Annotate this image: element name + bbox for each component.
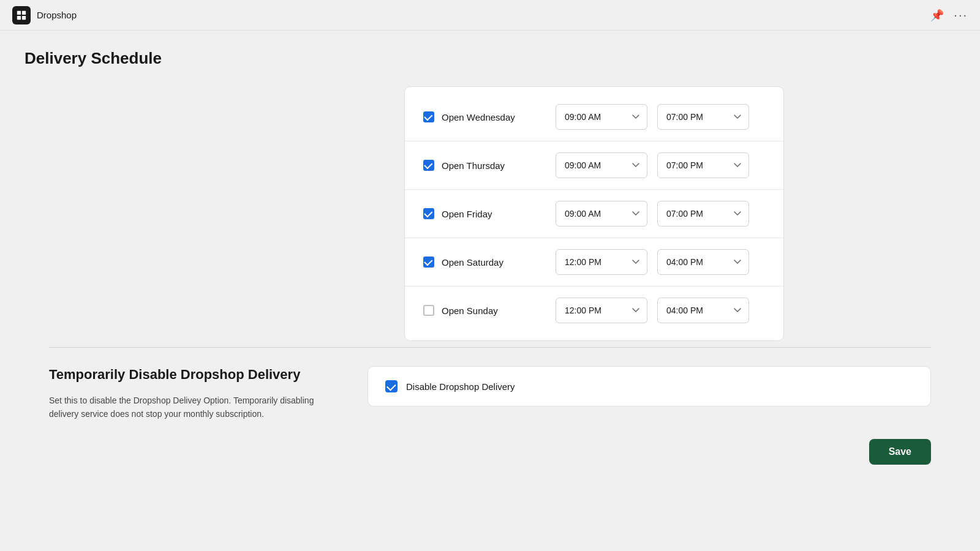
day-name-saturday: Open Saturday	[442, 257, 503, 268]
day-label-thursday: Open Thursday	[423, 160, 546, 171]
svg-rect-2	[17, 15, 21, 19]
more-options-icon[interactable]: ···	[954, 8, 968, 22]
disable-description: Temporarily Disable Dropshop Delivery Se…	[49, 366, 343, 421]
day-name-friday: Open Friday	[442, 209, 492, 219]
day-name-sunday: Open Sunday	[442, 305, 498, 316]
svg-rect-0	[17, 10, 21, 14]
end-time-sunday[interactable]: 04:00 PM05:00 PM06:00 PM07:00 PM	[657, 298, 749, 323]
end-time-friday[interactable]: 07:00 PM08:00 PM09:00 PM10:00 PM	[657, 201, 749, 227]
svg-rect-3	[22, 15, 26, 19]
schedule-row-wednesday: Open Wednesday09:00 AM10:00 AM11:00 AM12…	[405, 93, 783, 141]
start-time-wednesday[interactable]: 09:00 AM10:00 AM11:00 AM12:00 PM	[556, 104, 647, 130]
svg-rect-1	[22, 10, 26, 14]
schedule-card: Open Wednesday09:00 AM10:00 AM11:00 AM12…	[404, 86, 784, 341]
end-time-wednesday[interactable]: 07:00 PM08:00 PM09:00 PM10:00 PM	[657, 104, 749, 130]
topbar-right: 📌 ···	[930, 8, 968, 22]
start-time-saturday[interactable]: 09:00 AM10:00 AM11:00 AM12:00 PM	[556, 249, 647, 275]
schedule-row-friday: Open Friday09:00 AM10:00 AM11:00 AM12:00…	[405, 190, 783, 238]
end-time-thursday[interactable]: 07:00 PM08:00 PM09:00 PM10:00 PM	[657, 152, 749, 178]
disable-section: Temporarily Disable Dropshop Delivery Se…	[49, 366, 931, 421]
disable-checkbox[interactable]	[385, 380, 398, 392]
start-time-sunday[interactable]: 09:00 AM10:00 AM11:00 AM12:00 PM	[556, 298, 647, 323]
topbar: Dropshop 📌 ···	[0, 0, 980, 31]
disable-card: Disable Dropshop Delivery	[368, 366, 931, 407]
checkbox-friday[interactable]	[423, 208, 434, 219]
disable-title: Temporarily Disable Dropshop Delivery	[49, 366, 343, 384]
pin-icon[interactable]: 📌	[930, 9, 944, 22]
day-name-thursday: Open Thursday	[442, 160, 505, 171]
day-name-wednesday: Open Wednesday	[442, 112, 515, 122]
day-label-sunday: Open Sunday	[423, 305, 546, 316]
checkbox-wednesday[interactable]	[423, 111, 434, 122]
disable-checkbox-label[interactable]: Disable Dropshop Delivery	[385, 380, 515, 392]
save-button[interactable]: Save	[869, 439, 931, 465]
start-time-thursday[interactable]: 09:00 AM10:00 AM11:00 AM12:00 PM	[556, 152, 647, 178]
schedule-row-sunday: Open Sunday09:00 AM10:00 AM11:00 AM12:00…	[405, 287, 783, 334]
main-content: Delivery Schedule Open Wednesday09:00 AM…	[0, 31, 980, 495]
day-label-wednesday: Open Wednesday	[423, 111, 546, 122]
schedule-row-thursday: Open Thursday09:00 AM10:00 AM11:00 AM12:…	[405, 141, 783, 190]
app-name: Dropshop	[37, 10, 77, 20]
day-label-friday: Open Friday	[423, 208, 546, 219]
page-title: Delivery Schedule	[24, 49, 956, 68]
disable-text: Set this to disable the Dropshop Delivey…	[49, 394, 325, 421]
save-bar: Save	[24, 427, 956, 477]
end-time-saturday[interactable]: 04:00 PM05:00 PM06:00 PM07:00 PM	[657, 249, 749, 275]
app-logo	[12, 6, 31, 24]
section-divider	[49, 347, 931, 348]
topbar-left: Dropshop	[12, 6, 77, 24]
checkbox-saturday[interactable]	[423, 257, 434, 268]
disable-checkbox-text: Disable Dropshop Delivery	[406, 381, 515, 392]
schedule-row-saturday: Open Saturday09:00 AM10:00 AM11:00 AM12:…	[405, 238, 783, 287]
checkbox-thursday[interactable]	[423, 160, 434, 171]
start-time-friday[interactable]: 09:00 AM10:00 AM11:00 AM12:00 PM	[556, 201, 647, 227]
day-label-saturday: Open Saturday	[423, 257, 546, 268]
checkbox-sunday[interactable]	[423, 305, 434, 316]
